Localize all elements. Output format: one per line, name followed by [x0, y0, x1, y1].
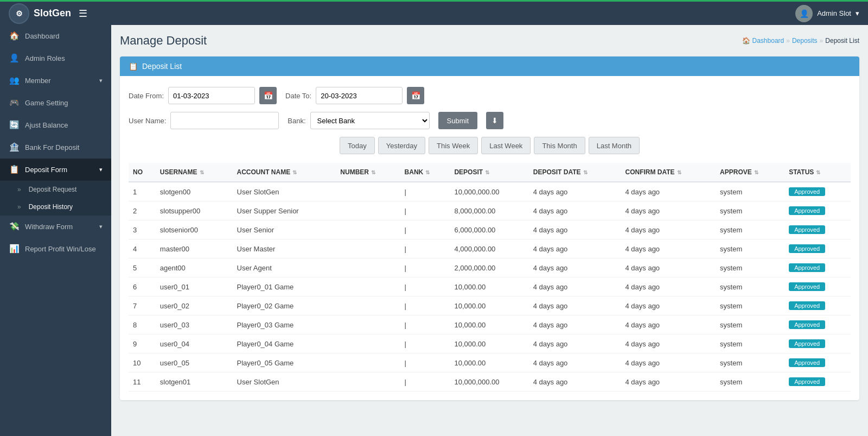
date-btn-this-week[interactable]: This Week	[429, 137, 478, 154]
cell-status: Approved	[784, 315, 851, 334]
cell-status: Approved	[784, 182, 851, 201]
deposit-list-card: 📋 Deposit List Date From: 📅 Date To: 📅	[120, 56, 859, 400]
cell-no: 1	[129, 182, 156, 201]
subitem-label-deposit-request: Deposit Request	[29, 186, 77, 193]
cell-deposit-date: 4 days ago	[529, 258, 621, 277]
sidebar-item-adjust-balance[interactable]: 🔄 Ajust Balance	[0, 114, 111, 136]
col-number[interactable]: NUMBER⇅	[336, 163, 400, 182]
date-btn-last-week[interactable]: Last Week	[481, 137, 531, 154]
sidebar-item-admin-roles[interactable]: 👤 Admin Roles	[0, 47, 111, 69]
confirm_date-sort-icon: ⇅	[677, 169, 681, 175]
cell-bank: |	[400, 277, 450, 296]
download-button[interactable]: ⬇	[486, 112, 503, 129]
col-confirm_date[interactable]: CONFIRM DATE⇅	[621, 163, 716, 182]
username-label: User Name:	[129, 117, 166, 125]
col-account_name[interactable]: ACCOUNT NAME⇅	[233, 163, 336, 182]
date-btn-last-month[interactable]: Last Month	[589, 137, 640, 154]
date-from-calendar-icon[interactable]: 📅	[259, 87, 277, 104]
breadcrumb-home-icon: 🏠	[742, 37, 750, 45]
cell-account-name: Player0_04 Game	[233, 334, 336, 353]
cell-account-name: User SlotGen	[233, 182, 336, 201]
sidebar-item-withdraw-form[interactable]: 💸 Withdraw Form ▾	[0, 216, 111, 238]
col-status[interactable]: STATUS⇅	[784, 163, 851, 182]
cell-deposit: 4,000,000.00	[450, 239, 528, 258]
sidebar-subitem-deposit-history[interactable]: Deposit History	[0, 198, 111, 216]
cell-approve: system	[716, 182, 784, 201]
status-badge: Approved	[789, 377, 825, 386]
cell-account-name: User SlotGen	[233, 372, 336, 391]
approve-sort-icon: ⇅	[754, 169, 758, 175]
username-input[interactable]	[170, 112, 279, 129]
sidebar-item-report-profit[interactable]: 📊 Report Profit Win/Lose	[0, 238, 111, 260]
cell-bank: |	[400, 334, 450, 353]
bank-select[interactable]: Select Bank	[310, 112, 430, 129]
status-badge: Approved	[789, 263, 825, 272]
status-badge: Approved	[789, 206, 825, 215]
withdraw-form-arrow-icon: ▾	[99, 223, 103, 230]
cell-deposit-date: 4 days ago	[529, 296, 621, 315]
cell-username: user0_04	[156, 334, 233, 353]
member-arrow-icon: ▾	[99, 77, 103, 84]
cell-deposit-date: 4 days ago	[529, 353, 621, 372]
cell-deposit: 8,000,000.00	[450, 201, 528, 220]
cell-confirm-date: 4 days ago	[621, 277, 716, 296]
cell-bank: |	[400, 220, 450, 239]
cell-status: Approved	[784, 334, 851, 353]
cell-confirm-date: 4 days ago	[621, 182, 716, 201]
cell-no: 4	[129, 239, 156, 258]
cell-deposit: 10,000,000.00	[450, 372, 528, 391]
cell-username: slotgen00	[156, 182, 233, 201]
date-from-input[interactable]	[168, 87, 255, 104]
cell-username: slotsupper00	[156, 201, 233, 220]
page-header: Manage Deposit 🏠 Dashboard » Deposits » …	[120, 34, 859, 48]
col-approve[interactable]: APPROVE⇅	[716, 163, 784, 182]
date-btn-yesterday[interactable]: Yesterday	[378, 137, 425, 154]
cell-deposit: 10,000.00	[450, 296, 528, 315]
cell-deposit: 10,000.00	[450, 334, 528, 353]
table-row: 6user0_01Player0_01 Game|10,000.004 days…	[129, 277, 851, 296]
table-header: NOUSERNAME⇅ACCOUNT NAME⇅NUMBER⇅BANK⇅DEPO…	[129, 163, 851, 182]
cell-bank: |	[400, 353, 450, 372]
filter-row-1: Date From: 📅 Date To: 📅	[129, 87, 851, 104]
breadcrumb-deposits[interactable]: Deposits	[792, 37, 818, 45]
table-wrapper: NOUSERNAME⇅ACCOUNT NAME⇅NUMBER⇅BANK⇅DEPO…	[129, 163, 851, 391]
breadcrumb-dashboard[interactable]: Dashboard	[752, 37, 784, 45]
date-btn-this-month[interactable]: This Month	[534, 137, 585, 154]
hamburger-icon[interactable]: ☰	[79, 8, 87, 20]
date-to-calendar-icon[interactable]: 📅	[407, 87, 424, 104]
deposit_date-sort-icon: ⇅	[583, 169, 588, 175]
sidebar-item-bank-for-deposit[interactable]: 🏦 Bank For Deposit	[0, 136, 111, 159]
submit-button[interactable]: Submit	[438, 112, 477, 129]
date-to-input[interactable]	[316, 87, 403, 104]
deposit-sort-icon: ⇅	[485, 169, 489, 175]
admin-dropdown-icon[interactable]: ▾	[856, 9, 859, 17]
cell-deposit-date: 4 days ago	[529, 220, 621, 239]
subitem-label-deposit-history: Deposit History	[29, 203, 73, 211]
cell-status: Approved	[784, 201, 851, 220]
cell-approve: system	[716, 239, 784, 258]
cell-username: user0_01	[156, 277, 233, 296]
cell-approve: system	[716, 277, 784, 296]
col-username[interactable]: USERNAME⇅	[156, 163, 233, 182]
sidebar-item-deposit-form[interactable]: 📋 Deposit Form ▾	[0, 159, 111, 181]
sidebar-item-dashboard[interactable]: 🏠 Dashboard	[0, 25, 111, 47]
bank-label: Bank:	[288, 117, 305, 125]
col-bank[interactable]: BANK⇅	[400, 163, 450, 182]
col-deposit[interactable]: DEPOSIT⇅	[450, 163, 528, 182]
cell-bank: |	[400, 296, 450, 315]
date-from-label: Date From:	[129, 92, 164, 100]
cell-approve: system	[716, 258, 784, 277]
col-deposit_date[interactable]: DEPOSIT DATE⇅	[529, 163, 621, 182]
sidebar-item-game-setting[interactable]: 🎮 Game Setting	[0, 92, 111, 114]
card-header-icon: 📋	[129, 62, 138, 71]
sidebar-item-member[interactable]: 👥 Member ▾	[0, 69, 111, 92]
card-header: 📋 Deposit List	[120, 56, 859, 76]
date-btn-today[interactable]: Today	[340, 137, 375, 154]
status-badge: Approved	[789, 187, 825, 196]
cell-deposit-date: 4 days ago	[529, 334, 621, 353]
status-badge: Approved	[789, 282, 825, 291]
content-area: Manage Deposit 🏠 Dashboard » Deposits » …	[111, 25, 868, 436]
navbar-right: 👤 Admin Slot ▾	[795, 5, 859, 22]
sidebar-subitem-deposit-request[interactable]: Deposit Request	[0, 181, 111, 198]
cell-status: Approved	[784, 372, 851, 391]
